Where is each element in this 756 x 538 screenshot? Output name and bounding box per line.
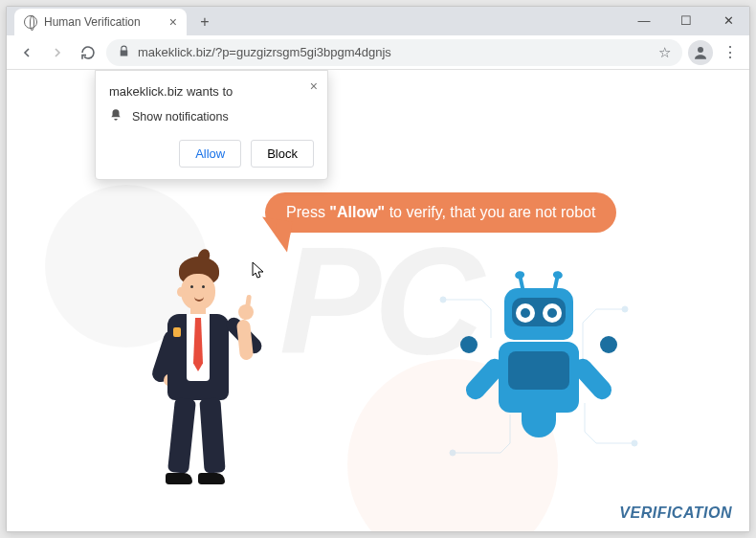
browser-tab[interactable]: Human Verification × (14, 9, 187, 35)
titlebar: Human Verification × + — ☐ ✕ (7, 7, 749, 35)
block-button[interactable]: Block (251, 140, 314, 168)
prompt-close-icon[interactable]: × (310, 78, 318, 94)
bubble-pre: Press (286, 204, 329, 220)
svg-point-1 (440, 297, 446, 303)
page-viewport: PC × makeklick.biz wants to Show notific… (7, 70, 749, 531)
new-tab-button[interactable]: + (194, 11, 215, 33)
window-close-button[interactable]: ✕ (707, 7, 749, 34)
tab-title: Human Verification (44, 15, 141, 29)
window-controls: — ☐ ✕ (623, 7, 749, 34)
prompt-message: Show notifications (132, 110, 229, 123)
chrome-menu-button[interactable]: ⋮ (719, 50, 742, 55)
lock-icon (118, 45, 130, 60)
url-text: makeklick.biz/?p=guzgizrsgm5gi3bpgm4dgnj… (138, 45, 391, 59)
svg-point-4 (632, 440, 637, 446)
notification-permission-prompt: × makeklick.biz wants to Show notificati… (95, 70, 328, 180)
back-button[interactable] (14, 40, 39, 65)
svg-point-3 (450, 450, 456, 456)
robot-illustration (453, 280, 625, 472)
profile-avatar[interactable] (688, 40, 713, 65)
address-bar[interactable]: makeklick.biz/?p=guzgizrsgm5gi3bpgm4dgnj… (106, 39, 682, 66)
bell-icon (109, 108, 122, 124)
bubble-post: to verify, that you are not robot (385, 204, 595, 220)
reload-button[interactable] (76, 40, 100, 65)
prompt-origin: makeklick.biz wants to (109, 84, 314, 99)
browser-window: Human Verification × + — ☐ ✕ makeklick.b… (6, 6, 750, 532)
tab-close-icon[interactable]: × (169, 14, 177, 30)
forward-button (45, 40, 70, 65)
window-minimize-button[interactable]: — (623, 7, 665, 34)
allow-button[interactable]: Allow (179, 140, 241, 168)
bookmark-star-icon[interactable]: ☆ (658, 44, 671, 61)
svg-point-0 (698, 47, 703, 53)
mouse-cursor-icon (252, 261, 265, 281)
svg-point-2 (622, 306, 628, 312)
businessman-illustration (131, 257, 265, 505)
footer-verification-label: VERIFICATION (619, 504, 732, 522)
speech-bubble: Press "Allow" to verify, that you are no… (265, 192, 616, 233)
toolbar: makeklick.biz/?p=guzgizrsgm5gi3bpgm4dgnj… (7, 35, 749, 70)
window-maximize-button[interactable]: ☐ (665, 7, 707, 34)
bubble-bold: "Allow" (329, 204, 385, 220)
globe-icon (24, 15, 37, 29)
